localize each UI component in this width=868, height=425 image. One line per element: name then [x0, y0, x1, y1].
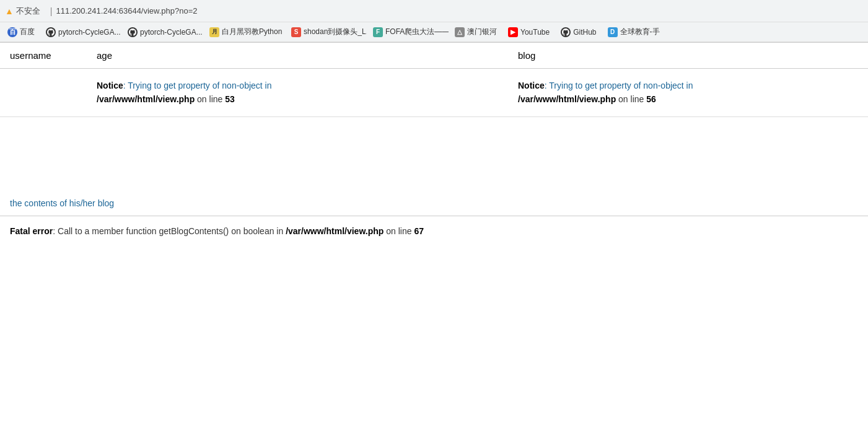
shodan-icon: S [291, 27, 301, 37]
bookmark-global[interactable]: D 全球教育-手 [603, 25, 665, 39]
notice1-colon: : Trying to get property of non-object i… [123, 81, 272, 90]
notice2-line: 56 [646, 94, 656, 104]
header-blog: blog [508, 43, 868, 69]
bookmark-baidu-label: 百度 [20, 27, 35, 37]
bookmark-baidu[interactable]: 百 百度 [2, 25, 40, 39]
fatal-error-text: Fatal error: Call to a member function g… [10, 226, 858, 236]
notice1-line: 53 [225, 94, 235, 104]
github-icon-1 [46, 27, 56, 37]
bookmark-pytorch1-label: pytorch-CycleGA... [58, 28, 121, 37]
blog-contents-section: the contents of his/her blog [0, 191, 868, 216]
youtube-icon: ▶ [508, 27, 518, 37]
data-icon: D [608, 27, 618, 37]
security-warning: ▲ 不安全 [5, 6, 40, 17]
data-table: username age blog Notice: Trying to get … [0, 43, 868, 191]
url-text[interactable]: 111.200.241.244:63644/view.php?no=2 [56, 6, 198, 15]
notice2-colon: : Trying to get property of non-object i… [545, 81, 693, 90]
notice1-path: /var/www/html/view.php [97, 94, 195, 104]
fatal-colon-text: : Call to a member function getBlogConte… [53, 226, 283, 236]
fatal-line: 67 [414, 226, 424, 236]
fatal-line-label: on line [386, 226, 414, 236]
notice2-line-label: on line [618, 94, 646, 104]
bookmark-macao-label: 澳门银河 [467, 27, 497, 37]
separator: | [50, 6, 53, 16]
bookmark-github[interactable]: GitHub [556, 25, 601, 39]
bookmark-macao[interactable]: △ 澳门银河 [450, 25, 502, 39]
header-age: age [87, 43, 508, 69]
empty-row [0, 116, 868, 191]
browser-chrome: ▲ 不安全 | 111.200.241.244:63644/view.php?n… [0, 0, 868, 43]
github-icon-3 [561, 27, 571, 37]
bookmark-whitemoon[interactable]: 月 白月黑羽教Python [204, 25, 285, 39]
bookmark-pytorch1[interactable]: pytorch-CycleGA... [41, 25, 121, 39]
security-label: 不安全 [16, 6, 40, 17]
page-content: username age blog Notice: Trying to get … [0, 43, 868, 246]
fatal-error-section: Fatal error: Call to a member function g… [0, 216, 868, 246]
cell-blog: Notice: Trying to get property of non-ob… [508, 69, 868, 117]
header-username: username [0, 43, 87, 69]
bookmark-pytorch2-label: pytorch-CycleGA... [140, 28, 203, 37]
fofa-icon: F [373, 27, 383, 37]
whiteMoon-icon: 月 [209, 27, 219, 37]
blog-contents-link[interactable]: the contents of his/her blog [10, 198, 114, 208]
bookmark-fofa-label: FOFA爬虫大法——... [385, 27, 449, 37]
bookmark-fofa[interactable]: F FOFA爬虫大法——... [368, 25, 449, 39]
notice1-label: Notice [97, 81, 123, 90]
warning-icon: ▲ [5, 6, 14, 16]
notice-2: Notice: Trying to get property of non-ob… [518, 79, 858, 107]
table-header-row: username age blog [0, 43, 868, 69]
bookmark-youtube[interactable]: ▶ YouTube [503, 25, 555, 39]
bookmark-github-label: GitHub [573, 28, 596, 37]
address-bar: ▲ 不安全 | 111.200.241.244:63644/view.php?n… [0, 0, 868, 22]
notice2-label: Notice [518, 81, 545, 90]
cell-username [0, 69, 87, 117]
baidu-icon: 百 [7, 27, 17, 37]
bookmark-shodan-label: shodan到摄像头_L... [304, 27, 367, 37]
bookmark-global-label: 全球教育-手 [620, 27, 660, 37]
notice-1: Notice: Trying to get property of non-ob… [97, 79, 498, 107]
cell-age: Notice: Trying to get property of non-ob… [87, 69, 508, 117]
github-icon-2 [128, 27, 138, 37]
bookmark-youtube-label: YouTube [520, 28, 550, 37]
macao-icon: △ [455, 27, 465, 37]
empty-cell [0, 116, 868, 191]
bookmark-shodan[interactable]: S shodan到摄像头_L... [286, 25, 367, 39]
bookmark-whitemoon-label: 白月黑羽教Python [222, 27, 282, 37]
table-row: Notice: Trying to get property of non-ob… [0, 69, 868, 117]
notice1-line-label: on line [197, 94, 225, 104]
notice2-path: /var/www/html/view.php [518, 94, 616, 104]
fatal-path: /var/www/html/view.php [286, 226, 384, 236]
bookmark-pytorch2[interactable]: pytorch-CycleGA... [123, 25, 203, 39]
fatal-label: Fatal error [10, 226, 53, 236]
bookmarks-bar: 百 百度 pytorch-CycleGA... pytorch-CycleGA.… [0, 22, 868, 42]
